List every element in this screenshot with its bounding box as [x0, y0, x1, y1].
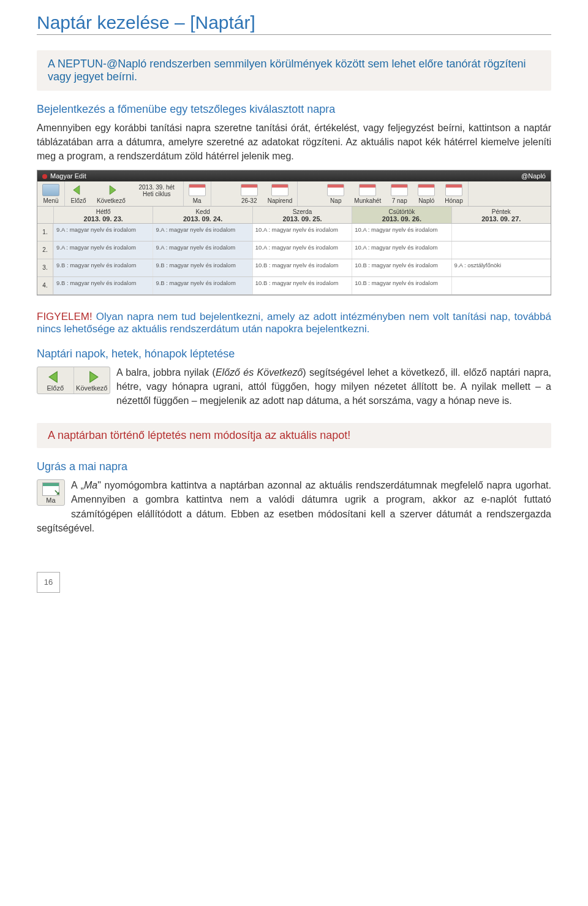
timetable-row: 3. 9.B : magyar nyelv és irodalom 9.B : … [37, 259, 551, 277]
calendar-jump-icon [42, 482, 59, 496]
day-header-today[interactable]: Csütörtök2013. 09. 26. [352, 207, 451, 223]
calendar-register-icon [418, 184, 435, 196]
day-header[interactable]: Péntek2013. 09. 27. [451, 207, 551, 223]
ma-button-image[interactable]: Ma [37, 479, 65, 506]
calendar-day-icon [327, 184, 344, 196]
calendar-7day-icon [391, 184, 408, 196]
day-view-button[interactable]: Nap [322, 181, 349, 206]
lesson-cell[interactable]: 10.B : magyar nyelv és irodalom [352, 259, 451, 276]
week-cycle: Heti ciklus [135, 191, 178, 197]
app-user: Magyar Edit [50, 172, 86, 180]
calendar-range-icon [241, 184, 258, 196]
lesson-cell-empty [451, 277, 551, 294]
nav-next-button[interactable]: Következő [74, 367, 110, 394]
heading-stepping: Naptári napok, hetek, hónapok léptetése [37, 348, 551, 360]
workweek-label: Munkahét [354, 197, 381, 204]
menu-label: Menü [43, 197, 58, 204]
page-number: 16 [37, 572, 60, 593]
workweek-view-button[interactable]: Munkahét [349, 181, 386, 206]
lesson-cell[interactable]: 10.A : magyar nyelv és irodalom [352, 242, 451, 259]
7day-label: 7 nap [392, 197, 407, 204]
agenda-label: Napirend [268, 197, 293, 204]
row-number: 3. [37, 259, 53, 276]
day-header-row: Hétfő2013. 09. 23. Kedd2013. 09. 24. Sze… [37, 207, 551, 224]
timetable-row: 1. 9.A : magyar nyelv és irodalom 9.A : … [37, 224, 551, 242]
svg-marker-2 [49, 371, 57, 383]
calendar-workweek-icon [359, 184, 376, 196]
lesson-cell[interactable]: 10.B : magyar nyelv és irodalom [352, 277, 451, 294]
calendar-agenda-icon [271, 184, 288, 196]
nav-prev-label: Előző [47, 384, 64, 392]
lesson-cell[interactable]: 10.A : magyar nyelv és irodalom [252, 242, 352, 259]
lesson-cell[interactable]: 9.B : magyar nyelv és irodalom [153, 259, 252, 276]
day-header[interactable]: Kedd2013. 09. 24. [153, 207, 252, 223]
warning-lead: FIGYELEM! [37, 311, 92, 322]
lesson-cell[interactable]: 9.B : magyar nyelv és irodalom [153, 277, 252, 294]
day-view-label: Nap [330, 197, 341, 204]
week-indicator: 2013. 39. hétHeti ciklus [130, 181, 183, 206]
lesson-cell[interactable]: 10.B : magyar nyelv és irodalom [252, 259, 352, 276]
calendar-today-icon [189, 184, 206, 196]
lesson-cell[interactable]: 10.A : magyar nyelv és irodalom [352, 224, 451, 241]
nav-next-label: Következő [76, 384, 107, 392]
arrow-right-icon [102, 184, 119, 196]
lesson-cell[interactable]: 9.B : magyar nyelv és irodalom [53, 277, 153, 294]
app-toolbar: Menü Előző Következő 2013. 39. hétHeti c… [37, 181, 551, 207]
register-view-button[interactable]: Napló [413, 181, 440, 206]
lesson-cell[interactable]: 9.A : magyar nyelv és irodalom [153, 242, 252, 259]
nav-prev-button[interactable]: Előző [37, 367, 74, 394]
para-jump-today: A „Ma" nyomógombra kattintva a naptárban… [37, 478, 551, 535]
nav-pair-image: Előző Következő [37, 367, 110, 394]
7day-view-button[interactable]: 7 nap [386, 181, 413, 206]
calendar-month-icon [445, 184, 462, 196]
svg-marker-0 [74, 185, 80, 194]
next-button[interactable]: Következő [92, 181, 130, 206]
menu-button[interactable]: Menü [37, 181, 64, 206]
day-header[interactable]: Szerda2013. 09. 25. [252, 207, 352, 223]
range-button[interactable]: 26-32 [236, 181, 263, 206]
month-view-button[interactable]: Hónap [440, 181, 467, 206]
lesson-cell-empty [451, 224, 551, 241]
month-label: Hónap [445, 197, 462, 204]
user-status-icon [42, 174, 47, 179]
red-note-stepping: A naptárban történő léptetés nem módosít… [37, 423, 551, 448]
row-number: 4. [37, 277, 53, 294]
arrow-left-icon [70, 184, 87, 196]
row-number: 1. [37, 224, 53, 241]
lesson-cell[interactable]: 9.A : osztályfőnöki [451, 259, 551, 276]
ma-button-label: Ma [46, 497, 55, 504]
lesson-cell[interactable]: 9.B : magyar nyelv és irodalom [53, 259, 153, 276]
lesson-cell[interactable]: 9.A : magyar nyelv és irodalom [53, 224, 153, 241]
heading-login-day: Bejelentkezés a főmenübe egy tetszőleges… [37, 103, 551, 116]
timetable-row: 2. 9.A : magyar nyelv és irodalom 9.A : … [37, 242, 551, 259]
today-button[interactable]: Ma [184, 181, 211, 206]
day-header[interactable]: Hétfő2013. 09. 23. [53, 207, 153, 223]
prev-label: Előző [70, 197, 86, 204]
week-number: 2013. 39. hét [135, 184, 178, 191]
timetable-row: 4. 9.B : magyar nyelv és irodalom 9.B : … [37, 277, 551, 295]
lesson-cell[interactable]: 9.A : magyar nyelv és irodalom [53, 242, 153, 259]
app-titlebar: Magyar Edit @Napló [37, 170, 551, 181]
warning-text: FIGYELEM! Olyan napra nem tud bejelentke… [37, 311, 551, 335]
register-label: Napló [418, 197, 434, 204]
lesson-cell[interactable]: 10.B : magyar nyelv és irodalom [252, 277, 352, 294]
lesson-cell[interactable]: 9.A : magyar nyelv és irodalom [153, 224, 252, 241]
today-label: Ma [193, 197, 202, 204]
row-number: 2. [37, 242, 53, 259]
lesson-cell[interactable]: 10.A : magyar nyelv és irodalom [252, 224, 352, 241]
agenda-button[interactable]: Napirend [263, 181, 298, 206]
lesson-cell-empty [451, 242, 551, 259]
heading-jump-today: Ugrás a mai napra [37, 460, 551, 473]
info-box-noreserve: A NEPTUN-@Napló rendszerben semmilyen kö… [37, 50, 551, 91]
warning-body: Olyan napra nem tud bejelentkezni, amely… [37, 311, 551, 335]
para-stepping: A balra, jobbra nyilak (Előző és Követke… [37, 365, 551, 408]
app-screenshot: Magyar Edit @Napló Menü Előző Következő … [37, 170, 551, 295]
next-label: Következő [97, 197, 126, 204]
menu-icon [42, 184, 59, 196]
svg-marker-3 [89, 371, 97, 383]
page-number-container: 16 [37, 572, 551, 593]
page-title: Naptár kezelése – [Naptár] [37, 12, 551, 35]
range-label: 26-32 [241, 197, 257, 204]
app-brand: @Napló [521, 172, 546, 180]
prev-button[interactable]: Előző [65, 181, 92, 206]
